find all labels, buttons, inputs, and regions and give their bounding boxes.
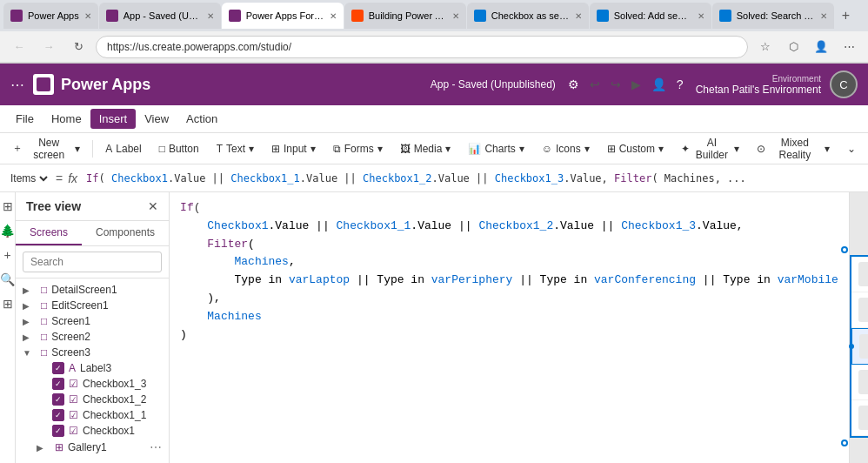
waffle-icon[interactable]: ⋯ bbox=[10, 77, 24, 93]
back-button[interactable]: ← bbox=[7, 35, 31, 59]
code-line-1: If( bbox=[180, 199, 838, 218]
icons-icon: ☺ bbox=[542, 143, 552, 155]
menu-insert[interactable]: Insert bbox=[90, 109, 137, 129]
formula-input[interactable]: If( Checkbox1.Value || Checkbox1_1.Value… bbox=[83, 171, 861, 186]
tab-3-close[interactable]: ✕ bbox=[330, 11, 337, 21]
reload-button[interactable]: ↻ bbox=[66, 35, 90, 59]
code-editor[interactable]: If( Checkbox1.Value || Checkbox1_1.Value… bbox=[170, 192, 849, 463]
tree-item-checkbox1-1[interactable]: ✓ ☑ Checkbox1_1 bbox=[16, 407, 169, 423]
overflow-button[interactable]: ⌄ bbox=[840, 140, 863, 158]
tab-2[interactable]: App - Saved (Un... ✕ bbox=[99, 3, 221, 29]
expand-icon[interactable]: ▶ bbox=[37, 443, 50, 453]
expand-icon[interactable]: ▶ bbox=[23, 301, 37, 311]
tree-close-button[interactable]: ✕ bbox=[148, 199, 158, 213]
custom-icon: ⊞ bbox=[607, 143, 616, 155]
expand-icon[interactable]: ▶ bbox=[23, 317, 37, 326]
tab-5[interactable]: Checkbox as sea... ✕ bbox=[467, 3, 589, 29]
charts-button[interactable]: 📊 Charts ▾ bbox=[461, 140, 531, 158]
tab-6[interactable]: Solved: Add sear... ✕ bbox=[590, 3, 711, 29]
menu-view[interactable]: View bbox=[136, 109, 177, 129]
input-button[interactable]: ⊞ Input ▾ bbox=[264, 140, 323, 158]
sidebar-icon-3[interactable]: + bbox=[3, 248, 10, 262]
ai-builder-button[interactable]: ✦ AI Builder ▾ bbox=[674, 134, 746, 164]
checkbox1-check[interactable]: ✓ bbox=[52, 425, 64, 437]
tab-7[interactable]: Solved: Search b... ✕ bbox=[712, 3, 834, 29]
sidebar-icon-5[interactable]: ⊞ bbox=[3, 297, 13, 311]
tree-item-label3[interactable]: ✓ A Label3 bbox=[16, 360, 169, 376]
tree-tab-screens[interactable]: Screens bbox=[16, 221, 82, 245]
expand-icon[interactable]: ▶ bbox=[23, 332, 37, 342]
bookmark-button[interactable]: ☆ bbox=[753, 35, 778, 59]
undo-button[interactable]: ↩ bbox=[586, 74, 604, 95]
tree-item-screen2[interactable]: ▶ □ Screen2 bbox=[16, 329, 169, 345]
formula-scope-select[interactable]: Items bbox=[7, 171, 50, 185]
more-button[interactable]: ⋯ bbox=[837, 35, 861, 59]
tree-tab-components[interactable]: Components bbox=[82, 221, 169, 245]
sidebar-icon-1[interactable]: ⊞ bbox=[3, 199, 13, 213]
new-tab-button[interactable]: + bbox=[835, 8, 857, 23]
formula-equals: = bbox=[56, 171, 63, 185]
help-icon[interactable]: ? bbox=[673, 74, 687, 95]
expand-icon[interactable]: ▶ bbox=[23, 285, 37, 295]
charts-chevron: ▾ bbox=[519, 143, 524, 155]
new-screen-button[interactable]: ＋ New screen ▾ bbox=[5, 134, 87, 164]
tab-4[interactable]: Building Power A... ✕ bbox=[344, 3, 466, 29]
tab-2-close[interactable]: ✕ bbox=[207, 11, 214, 21]
user-avatar[interactable]: C bbox=[830, 70, 858, 98]
gallery-item-4[interactable]: Lenovo Mobile Mobile Devices › bbox=[851, 400, 868, 436]
tab-1-close[interactable]: ✕ bbox=[84, 11, 91, 21]
expand-icon[interactable]: ▼ bbox=[23, 348, 37, 358]
mixed-reality-button[interactable]: ⊙ Mixed Reality ▾ bbox=[750, 134, 837, 164]
redo-button[interactable]: ↪ bbox=[607, 74, 624, 95]
tree-item-checkbox1-2[interactable]: ✓ ☑ Checkbox1_2 bbox=[16, 392, 169, 407]
gallery-item-3[interactable]: Power Supply Periphery › bbox=[851, 365, 868, 400]
tree-item-label: Screen3 bbox=[51, 346, 90, 359]
tree-item-screen3[interactable]: ▼ □ Screen3 bbox=[16, 345, 169, 360]
tree-item-gallery1[interactable]: ▶ ⊞ Gallery1 ⋯ bbox=[16, 439, 169, 456]
profile-button[interactable]: 👤 bbox=[809, 35, 833, 59]
label-button[interactable]: A Label bbox=[98, 140, 148, 158]
main-content: ⊞ 🌲 + 🔍 ⊞ Tree view ✕ Screens Components… bbox=[0, 192, 868, 463]
custom-button[interactable]: ⊞ Custom ▾ bbox=[600, 140, 671, 158]
tree-item-checkbox1-3[interactable]: ✓ ☑ Checkbox1_3 bbox=[16, 376, 169, 392]
tab-4-close[interactable]: ✕ bbox=[452, 11, 459, 21]
gallery-container[interactable]: Laptop & PC › Lenovo TP Laptop & PC › bbox=[850, 255, 868, 438]
tab-6-close[interactable]: ✕ bbox=[698, 11, 704, 21]
checkbox1-1-check[interactable]: ✓ bbox=[52, 409, 64, 421]
media-button[interactable]: 🖼 Media ▾ bbox=[393, 140, 458, 158]
tab-3[interactable]: Power Apps Form... ✕ bbox=[222, 3, 344, 29]
formula-fx-icon[interactable]: fx bbox=[68, 171, 77, 185]
tree-search-input[interactable] bbox=[23, 252, 162, 272]
tree-more-button[interactable]: ⋯ bbox=[150, 440, 162, 454]
gallery-item-0[interactable]: Laptop & PC › bbox=[851, 257, 868, 292]
tree-item-detailscreen1[interactable]: ▶ □ DetailScreen1 bbox=[16, 282, 169, 298]
extension-button[interactable]: ⬡ bbox=[781, 35, 805, 59]
tab-7-close[interactable]: ✕ bbox=[820, 11, 827, 21]
gallery-item-1[interactable]: Lenovo TP Laptop & PC › bbox=[851, 292, 868, 328]
run-button[interactable]: ▶ bbox=[628, 74, 644, 95]
text-button[interactable]: T Text ▾ bbox=[210, 140, 261, 158]
user-icon[interactable]: 👤 bbox=[648, 74, 670, 95]
tab-1[interactable]: Power Apps ✕ bbox=[3, 3, 98, 29]
tree-item-checkbox1[interactable]: ✓ ☑ Checkbox1 bbox=[16, 423, 169, 439]
label3-checkbox[interactable]: ✓ bbox=[52, 362, 64, 374]
menu-file[interactable]: File bbox=[7, 109, 43, 129]
checkbox1-3-check[interactable]: ✓ bbox=[52, 378, 64, 390]
address-bar[interactable]: https://us.create.powerapps.com/studio/ bbox=[96, 36, 748, 58]
sidebar-icon-2[interactable]: 🌲 bbox=[0, 224, 15, 238]
tree-item-screen1[interactable]: ▶ □ Screen1 bbox=[16, 313, 169, 329]
settings-icon[interactable]: ⚙ bbox=[564, 74, 583, 95]
icons-button[interactable]: ☺ Icons ▾ bbox=[535, 140, 597, 158]
checkbox1-2-check[interactable]: ✓ bbox=[52, 393, 64, 406]
sidebar-icon-4[interactable]: 🔍 bbox=[0, 272, 15, 286]
menu-home[interactable]: Home bbox=[43, 109, 90, 129]
tab-5-close[interactable]: ✕ bbox=[575, 11, 582, 21]
gallery-item-2[interactable]: Lenovo Thunderbolt Laptop & PC › bbox=[851, 328, 868, 365]
menu-action[interactable]: Action bbox=[177, 109, 226, 129]
button-button[interactable]: □ Button bbox=[152, 140, 206, 158]
forward-button[interactable]: → bbox=[37, 35, 61, 59]
checkbox-icon: ☑ bbox=[69, 378, 78, 390]
tab-1-label: Power Apps bbox=[28, 10, 79, 21]
tree-item-editscreen1[interactable]: ▶ □ EditScreen1 bbox=[16, 298, 169, 313]
forms-button[interactable]: ⧉ Forms ▾ bbox=[326, 140, 390, 158]
